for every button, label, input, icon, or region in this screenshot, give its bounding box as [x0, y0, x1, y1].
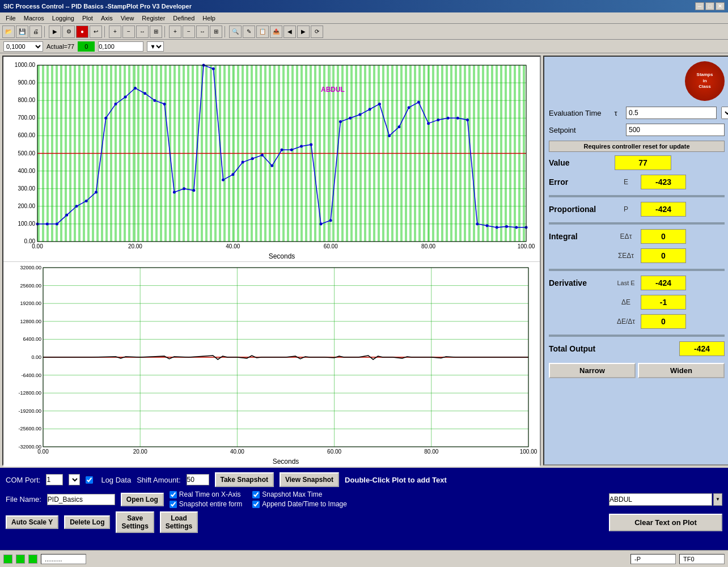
menu-logging[interactable]: Logging: [49, 14, 78, 22]
toolbar-btn-7[interactable]: ↩: [90, 26, 102, 38]
maximize-button[interactable]: □: [705, 2, 714, 10]
delete-log-button[interactable]: Delete Log: [64, 515, 110, 529]
load-settings-button[interactable]: Load Settings: [160, 511, 198, 533]
toolbar-btn-6[interactable]: ●: [76, 26, 88, 38]
toolbar-btn-8[interactable]: +: [109, 26, 121, 38]
divider-1: [549, 195, 725, 197]
toolbar-btn-14[interactable]: ↔: [196, 26, 209, 38]
clear-text-section: Clear Text on Plot: [609, 514, 722, 531]
widen-button[interactable]: Widen: [638, 363, 725, 378]
divider-3: [549, 269, 725, 271]
combo-dropdown-arrow[interactable]: ▼: [713, 493, 722, 506]
snapshot-max-checkbox[interactable]: [252, 491, 260, 498]
toolbar-btn-10[interactable]: ↔: [136, 26, 149, 38]
main-container: StampsinClass Evaluation Time τ ▼ Setpoi…: [0, 53, 728, 468]
menu-axis[interactable]: Axis: [98, 14, 116, 22]
view-snapshot-button[interactable]: View Snapshot: [280, 472, 339, 487]
text-combo-input[interactable]: [609, 493, 712, 506]
bottom-panel: COM Port: ▼ Log Data Shift Amount: Take …: [0, 468, 728, 550]
toolbar-btn-11[interactable]: ⊞: [150, 26, 162, 38]
file-name-input[interactable]: [47, 494, 115, 505]
p-symbol: P: [615, 205, 637, 213]
shift-amount-input[interactable]: [187, 474, 209, 485]
save-settings-button[interactable]: Save Settings: [116, 511, 154, 533]
text-input-section: ▼: [609, 493, 722, 506]
toolbar-btn-5[interactable]: ⚙: [62, 26, 75, 38]
minimize-button[interactable]: ─: [695, 2, 704, 10]
derivative-row: Derivative Last E -424: [549, 276, 725, 290]
file-name-label: File Name:: [6, 495, 41, 503]
divider-2: [549, 222, 725, 225]
tau-symbol: τ: [610, 109, 621, 117]
bottom-row-3: Auto Scale Y Delete Log Save Settings Lo…: [6, 511, 722, 533]
menu-view[interactable]: View: [117, 14, 138, 22]
auto-scale-button[interactable]: Auto Scale Y: [6, 515, 58, 529]
com-port-label: COM Port:: [6, 476, 40, 484]
toolbar-btn-4[interactable]: ▶: [49, 26, 61, 38]
total-output-row: Total Output -424: [549, 341, 725, 356]
setpoint-input[interactable]: [626, 124, 725, 136]
toolbar: 📂 💾 🖨 ▶ ⚙ ● ↩ + − ↔ ⊞ + − ↔ ⊞ 🔍 ✎ 📋 📤 ◀ …: [0, 24, 728, 40]
toolbar-btn-15[interactable]: ⊞: [210, 26, 222, 38]
toolbar-btn-2[interactable]: 💾: [16, 26, 28, 38]
address-bar: 0,1000 Actual=77 0 ▼: [0, 40, 728, 53]
reset-notice: Requires controller reset for update: [549, 141, 725, 152]
toolbar-btn-13[interactable]: −: [183, 26, 195, 38]
toolbar-btn-copy[interactable]: 📋: [256, 26, 269, 38]
toolbar-btn-misc3[interactable]: ⟳: [311, 26, 323, 38]
toolbar-btn-12[interactable]: +: [169, 26, 181, 38]
upper-chart-container[interactable]: [3, 57, 540, 262]
menu-defined[interactable]: Defined: [170, 14, 198, 22]
lower-chart-canvas[interactable]: [3, 262, 540, 467]
append-datetime-checkbox[interactable]: [252, 501, 260, 508]
green-indicator: 0: [78, 41, 95, 52]
range-input[interactable]: [98, 41, 143, 52]
menu-plot[interactable]: Plot: [79, 14, 96, 22]
eval-time-input[interactable]: [626, 107, 717, 119]
lower-chart-container[interactable]: [3, 262, 540, 467]
total-output-box: -424: [679, 341, 725, 356]
menu-help[interactable]: Help: [199, 14, 219, 22]
open-log-button[interactable]: Open Log: [121, 493, 164, 506]
sum-box: 0: [641, 248, 686, 263]
toolbar-btn-3[interactable]: 🖨: [29, 26, 42, 38]
real-time-checkbox[interactable]: [170, 491, 177, 498]
clear-text-button[interactable]: Clear Text on Plot: [609, 514, 722, 531]
close-button[interactable]: ✕: [716, 2, 725, 10]
shift-amount-label: Shift Amount:: [137, 476, 180, 484]
range-select[interactable]: 0,1000: [3, 41, 43, 52]
take-snapshot-button[interactable]: Take Snapshot: [215, 472, 274, 487]
sum-row: ΣEΔτ 0: [549, 248, 725, 263]
error-symbol: E: [615, 178, 637, 186]
status-light-1: [3, 555, 12, 564]
integral-box: 0: [641, 229, 686, 244]
bottom-row-2: File Name: Open Log Real Time on X-Axis …: [6, 490, 722, 508]
error-row: Error E -423: [549, 175, 725, 189]
menu-file[interactable]: File: [2, 14, 19, 22]
toolbar-btn-9[interactable]: −: [122, 26, 135, 38]
upper-chart-canvas[interactable]: [3, 57, 537, 261]
toolbar-btn-zoom[interactable]: 🔍: [229, 26, 242, 38]
com-port-input[interactable]: [46, 474, 63, 485]
eval-time-select[interactable]: ▼: [721, 107, 728, 119]
eval-time-label: Evaluation Time: [549, 109, 606, 117]
delta-e-row: ΔE -1: [549, 295, 725, 310]
proportional-box: -424: [641, 202, 686, 217]
toolbar-btn-export[interactable]: 📤: [270, 26, 282, 38]
menu-macros[interactable]: Macros: [20, 14, 48, 22]
toolbar-btn-misc2[interactable]: ▶: [297, 26, 310, 38]
integral-symbol: EΔτ: [615, 232, 637, 240]
value-row: Value 77: [549, 155, 725, 170]
status-text-1: ..........: [41, 554, 86, 564]
toolbar-btn-cursor[interactable]: ✎: [243, 26, 255, 38]
toolbar-btn-1[interactable]: 📂: [2, 26, 15, 38]
log-data-checkbox[interactable]: [86, 476, 93, 484]
snapshot-entire-checkbox[interactable]: [170, 501, 177, 508]
toolbar-sep-3: [164, 26, 167, 37]
narrow-button[interactable]: Narrow: [549, 363, 636, 378]
derivative-label: Derivative: [549, 278, 611, 287]
range-select-2[interactable]: ▼: [147, 41, 164, 52]
com-port-select[interactable]: ▼: [69, 474, 80, 485]
menu-register[interactable]: Register: [138, 14, 168, 22]
toolbar-btn-misc1[interactable]: ◀: [283, 26, 296, 38]
